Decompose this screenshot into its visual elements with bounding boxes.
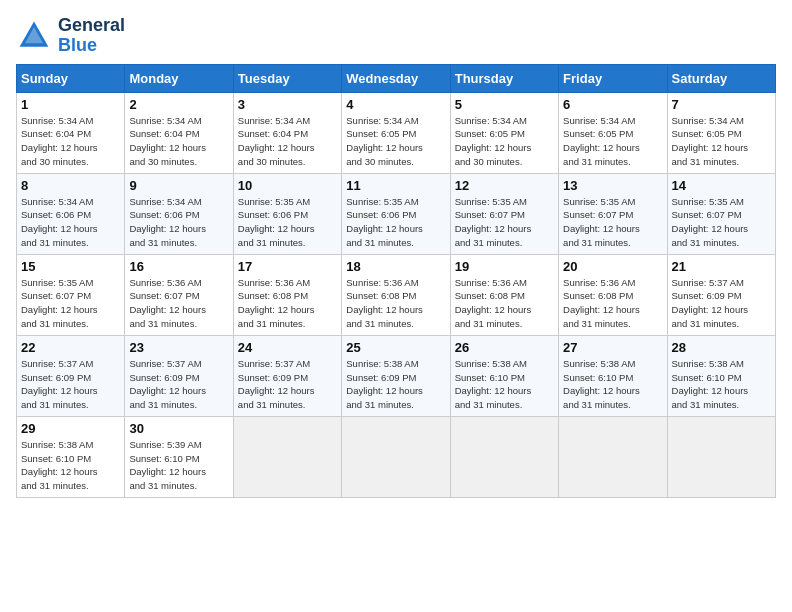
day-detail: Sunrise: 5:35 AMSunset: 6:07 PMDaylight:… — [672, 195, 771, 250]
calendar-header-wednesday: Wednesday — [342, 64, 450, 92]
day-number: 7 — [672, 97, 771, 112]
calendar-cell: 13Sunrise: 5:35 AMSunset: 6:07 PMDayligh… — [559, 173, 667, 254]
calendar-cell: 5Sunrise: 5:34 AMSunset: 6:05 PMDaylight… — [450, 92, 558, 173]
day-detail: Sunrise: 5:36 AMSunset: 6:08 PMDaylight:… — [238, 276, 337, 331]
day-detail: Sunrise: 5:38 AMSunset: 6:09 PMDaylight:… — [346, 357, 445, 412]
calendar-cell: 10Sunrise: 5:35 AMSunset: 6:06 PMDayligh… — [233, 173, 341, 254]
day-detail: Sunrise: 5:38 AMSunset: 6:10 PMDaylight:… — [563, 357, 662, 412]
calendar-cell: 3Sunrise: 5:34 AMSunset: 6:04 PMDaylight… — [233, 92, 341, 173]
day-number: 15 — [21, 259, 120, 274]
calendar-cell — [450, 416, 558, 497]
calendar-cell: 23Sunrise: 5:37 AMSunset: 6:09 PMDayligh… — [125, 335, 233, 416]
day-detail: Sunrise: 5:38 AMSunset: 6:10 PMDaylight:… — [21, 438, 120, 493]
calendar-cell: 14Sunrise: 5:35 AMSunset: 6:07 PMDayligh… — [667, 173, 775, 254]
day-number: 5 — [455, 97, 554, 112]
day-detail: Sunrise: 5:35 AMSunset: 6:07 PMDaylight:… — [455, 195, 554, 250]
calendar-cell: 9Sunrise: 5:34 AMSunset: 6:06 PMDaylight… — [125, 173, 233, 254]
calendar-cell: 19Sunrise: 5:36 AMSunset: 6:08 PMDayligh… — [450, 254, 558, 335]
day-detail: Sunrise: 5:36 AMSunset: 6:08 PMDaylight:… — [563, 276, 662, 331]
logo: General Blue — [16, 16, 125, 56]
calendar-cell: 18Sunrise: 5:36 AMSunset: 6:08 PMDayligh… — [342, 254, 450, 335]
day-number: 8 — [21, 178, 120, 193]
calendar-cell: 12Sunrise: 5:35 AMSunset: 6:07 PMDayligh… — [450, 173, 558, 254]
day-number: 21 — [672, 259, 771, 274]
day-detail: Sunrise: 5:34 AMSunset: 6:05 PMDaylight:… — [455, 114, 554, 169]
day-number: 3 — [238, 97, 337, 112]
calendar-cell: 15Sunrise: 5:35 AMSunset: 6:07 PMDayligh… — [17, 254, 125, 335]
day-number: 6 — [563, 97, 662, 112]
day-number: 12 — [455, 178, 554, 193]
calendar-cell: 27Sunrise: 5:38 AMSunset: 6:10 PMDayligh… — [559, 335, 667, 416]
day-detail: Sunrise: 5:34 AMSunset: 6:05 PMDaylight:… — [346, 114, 445, 169]
day-detail: Sunrise: 5:34 AMSunset: 6:05 PMDaylight:… — [563, 114, 662, 169]
calendar-week-row-5: 29Sunrise: 5:38 AMSunset: 6:10 PMDayligh… — [17, 416, 776, 497]
calendar-cell: 6Sunrise: 5:34 AMSunset: 6:05 PMDaylight… — [559, 92, 667, 173]
day-number: 20 — [563, 259, 662, 274]
day-number: 4 — [346, 97, 445, 112]
day-detail: Sunrise: 5:36 AMSunset: 6:07 PMDaylight:… — [129, 276, 228, 331]
calendar-body: 1Sunrise: 5:34 AMSunset: 6:04 PMDaylight… — [17, 92, 776, 497]
calendar-cell: 28Sunrise: 5:38 AMSunset: 6:10 PMDayligh… — [667, 335, 775, 416]
calendar-header-tuesday: Tuesday — [233, 64, 341, 92]
calendar-cell — [233, 416, 341, 497]
calendar-header-sunday: Sunday — [17, 64, 125, 92]
day-number: 17 — [238, 259, 337, 274]
day-number: 25 — [346, 340, 445, 355]
calendar-cell: 26Sunrise: 5:38 AMSunset: 6:10 PMDayligh… — [450, 335, 558, 416]
day-number: 28 — [672, 340, 771, 355]
calendar-header-friday: Friday — [559, 64, 667, 92]
page-header: General Blue — [16, 16, 776, 56]
calendar-cell: 21Sunrise: 5:37 AMSunset: 6:09 PMDayligh… — [667, 254, 775, 335]
calendar-cell: 7Sunrise: 5:34 AMSunset: 6:05 PMDaylight… — [667, 92, 775, 173]
day-number: 26 — [455, 340, 554, 355]
calendar-cell: 20Sunrise: 5:36 AMSunset: 6:08 PMDayligh… — [559, 254, 667, 335]
day-number: 16 — [129, 259, 228, 274]
day-detail: Sunrise: 5:39 AMSunset: 6:10 PMDaylight:… — [129, 438, 228, 493]
logo-icon — [16, 18, 52, 54]
calendar-cell: 4Sunrise: 5:34 AMSunset: 6:05 PMDaylight… — [342, 92, 450, 173]
calendar-header-monday: Monday — [125, 64, 233, 92]
day-detail: Sunrise: 5:37 AMSunset: 6:09 PMDaylight:… — [129, 357, 228, 412]
day-detail: Sunrise: 5:34 AMSunset: 6:04 PMDaylight:… — [21, 114, 120, 169]
day-detail: Sunrise: 5:36 AMSunset: 6:08 PMDaylight:… — [346, 276, 445, 331]
day-number: 27 — [563, 340, 662, 355]
day-detail: Sunrise: 5:37 AMSunset: 6:09 PMDaylight:… — [21, 357, 120, 412]
day-detail: Sunrise: 5:37 AMSunset: 6:09 PMDaylight:… — [238, 357, 337, 412]
day-detail: Sunrise: 5:34 AMSunset: 6:04 PMDaylight:… — [129, 114, 228, 169]
calendar-cell: 30Sunrise: 5:39 AMSunset: 6:10 PMDayligh… — [125, 416, 233, 497]
day-number: 11 — [346, 178, 445, 193]
calendar-cell — [667, 416, 775, 497]
calendar-week-row-1: 1Sunrise: 5:34 AMSunset: 6:04 PMDaylight… — [17, 92, 776, 173]
calendar-cell: 24Sunrise: 5:37 AMSunset: 6:09 PMDayligh… — [233, 335, 341, 416]
day-detail: Sunrise: 5:35 AMSunset: 6:06 PMDaylight:… — [346, 195, 445, 250]
day-detail: Sunrise: 5:34 AMSunset: 6:05 PMDaylight:… — [672, 114, 771, 169]
day-number: 13 — [563, 178, 662, 193]
day-number: 24 — [238, 340, 337, 355]
calendar-cell: 17Sunrise: 5:36 AMSunset: 6:08 PMDayligh… — [233, 254, 341, 335]
day-detail: Sunrise: 5:34 AMSunset: 6:04 PMDaylight:… — [238, 114, 337, 169]
calendar-cell: 25Sunrise: 5:38 AMSunset: 6:09 PMDayligh… — [342, 335, 450, 416]
day-detail: Sunrise: 5:37 AMSunset: 6:09 PMDaylight:… — [672, 276, 771, 331]
calendar-cell: 16Sunrise: 5:36 AMSunset: 6:07 PMDayligh… — [125, 254, 233, 335]
day-detail: Sunrise: 5:38 AMSunset: 6:10 PMDaylight:… — [672, 357, 771, 412]
day-number: 19 — [455, 259, 554, 274]
day-detail: Sunrise: 5:35 AMSunset: 6:07 PMDaylight:… — [563, 195, 662, 250]
calendar-cell: 8Sunrise: 5:34 AMSunset: 6:06 PMDaylight… — [17, 173, 125, 254]
day-detail: Sunrise: 5:34 AMSunset: 6:06 PMDaylight:… — [21, 195, 120, 250]
day-number: 1 — [21, 97, 120, 112]
calendar-table: SundayMondayTuesdayWednesdayThursdayFrid… — [16, 64, 776, 498]
day-number: 18 — [346, 259, 445, 274]
day-detail: Sunrise: 5:35 AMSunset: 6:06 PMDaylight:… — [238, 195, 337, 250]
calendar-header-saturday: Saturday — [667, 64, 775, 92]
calendar-week-row-3: 15Sunrise: 5:35 AMSunset: 6:07 PMDayligh… — [17, 254, 776, 335]
calendar-week-row-2: 8Sunrise: 5:34 AMSunset: 6:06 PMDaylight… — [17, 173, 776, 254]
logo-text: General Blue — [58, 16, 125, 56]
calendar-cell: 22Sunrise: 5:37 AMSunset: 6:09 PMDayligh… — [17, 335, 125, 416]
day-number: 9 — [129, 178, 228, 193]
day-number: 14 — [672, 178, 771, 193]
calendar-cell — [342, 416, 450, 497]
day-detail: Sunrise: 5:35 AMSunset: 6:07 PMDaylight:… — [21, 276, 120, 331]
day-number: 22 — [21, 340, 120, 355]
calendar-cell: 11Sunrise: 5:35 AMSunset: 6:06 PMDayligh… — [342, 173, 450, 254]
calendar-header-row: SundayMondayTuesdayWednesdayThursdayFrid… — [17, 64, 776, 92]
